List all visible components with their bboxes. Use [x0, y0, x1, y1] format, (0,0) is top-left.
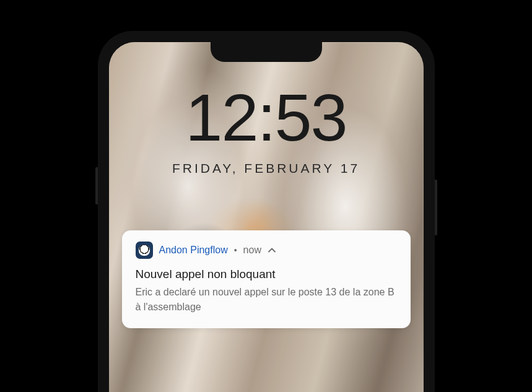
lockscreen: 12:53 Friday, February 17 Andon Pingflow… [109, 42, 424, 328]
notification-body: Eric a declaré un nouvel appel sur le po… [136, 285, 397, 315]
chevron-up-icon[interactable] [268, 246, 276, 255]
notification-app-name: Andon Pingflow [159, 245, 228, 256]
phone-screen: 12:53 Friday, February 17 Andon Pingflow… [109, 42, 424, 392]
clock-date: Friday, February 17 [172, 161, 360, 176]
separator-dot: • [234, 245, 237, 255]
app-icon [136, 242, 153, 259]
penguin-icon [139, 245, 150, 256]
notification-timestamp: now [243, 245, 261, 256]
notification-header: Andon Pingflow • now [136, 242, 397, 259]
phone-volume-button [95, 167, 98, 204]
phone-notch [211, 42, 322, 62]
phone-frame: 12:53 Friday, February 17 Andon Pingflow… [98, 31, 435, 392]
clock-time: 12:53 [185, 84, 346, 151]
phone-power-button [435, 180, 437, 235]
notification-card[interactable]: Andon Pingflow • now Nouvel appel non bl… [122, 230, 411, 328]
notification-title: Nouvel appel non bloquant [136, 268, 397, 281]
